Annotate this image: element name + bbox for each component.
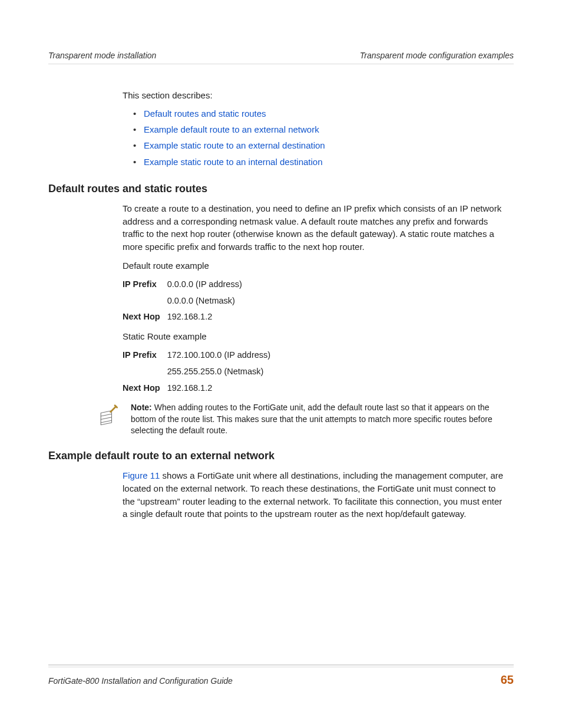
section2-para-rest: shows a FortiGate unit where all destina… <box>123 470 503 519</box>
note-body: When adding routes to the FortiGate unit… <box>131 403 492 435</box>
body-column: Figure 11 shows a FortiGate unit where a… <box>123 469 508 521</box>
footer-rule <box>48 664 514 666</box>
toc-item: •Example static route to an internal des… <box>133 154 508 170</box>
next-hop-label: Next Hop <box>123 309 167 325</box>
header-right: Transparent mode configuration examples <box>360 51 514 60</box>
page-number: 65 <box>501 673 514 687</box>
netmask-value: 255.255.255.0 (Netmask) <box>167 364 277 380</box>
note-icon <box>95 403 121 429</box>
default-route-example-label: Default route example <box>123 261 508 271</box>
body-column: This section describes: •Default routes … <box>123 89 508 170</box>
footer: FortiGate-800 Installation and Configura… <box>48 664 514 687</box>
ip-prefix-value: 172.100.100.0 (IP address) <box>167 347 277 364</box>
next-hop-label: Next Hop <box>123 380 167 397</box>
static-route-example-label: Static Route example <box>123 331 508 341</box>
header-rule <box>48 64 514 64</box>
default-route-table: IP Prefix 0.0.0.0 (IP address) 0.0.0.0 (… <box>123 276 249 325</box>
ip-prefix-value: 0.0.0.0 (IP address) <box>167 276 249 293</box>
toc-list: •Default routes and static routes •Examp… <box>123 106 508 170</box>
figure-link[interactable]: Figure 11 <box>123 470 160 480</box>
note-block: Note: When adding routes to the FortiGat… <box>95 402 508 437</box>
section-heading-default-routes: Default routes and static routes <box>48 183 514 195</box>
netmask-value: 0.0.0.0 (Netmask) <box>167 293 249 309</box>
note-text: Note: When adding routes to the FortiGat… <box>131 402 508 437</box>
intro-text: This section describes: <box>123 89 508 102</box>
static-route-table: IP Prefix 172.100.100.0 (IP address) 255… <box>123 347 277 396</box>
toc-link[interactable]: Example default route to an external net… <box>144 124 319 134</box>
running-header: Transparent mode installation Transparen… <box>48 51 514 64</box>
note-label: Note: <box>131 403 152 412</box>
section-heading-example-default-route: Example default route to an external net… <box>48 450 514 462</box>
toc-item: •Default routes and static routes <box>133 106 508 121</box>
next-hop-value: 192.168.1.2 <box>167 309 249 325</box>
section1-para: To create a route to a destination, you … <box>123 202 508 253</box>
toc-link[interactable]: Default routes and static routes <box>144 108 266 118</box>
page: Transparent mode installation Transparen… <box>0 0 562 728</box>
next-hop-value: 192.168.1.2 <box>167 380 277 397</box>
toc-item: •Example static route to an external des… <box>133 137 508 153</box>
toc-link[interactable]: Example static route to an external dest… <box>144 140 325 150</box>
ip-prefix-label: IP Prefix <box>123 347 167 364</box>
header-left: Transparent mode installation <box>48 51 156 60</box>
body-column: To create a route to a destination, you … <box>123 202 508 397</box>
footer-rule <box>48 667 514 667</box>
toc-item: •Example default route to an external ne… <box>133 121 508 137</box>
toc-link[interactable]: Example static route to an internal dest… <box>144 157 323 167</box>
footer-title: FortiGate-800 Installation and Configura… <box>48 676 233 686</box>
section2-para: Figure 11 shows a FortiGate unit where a… <box>123 469 508 521</box>
ip-prefix-label: IP Prefix <box>123 276 167 293</box>
